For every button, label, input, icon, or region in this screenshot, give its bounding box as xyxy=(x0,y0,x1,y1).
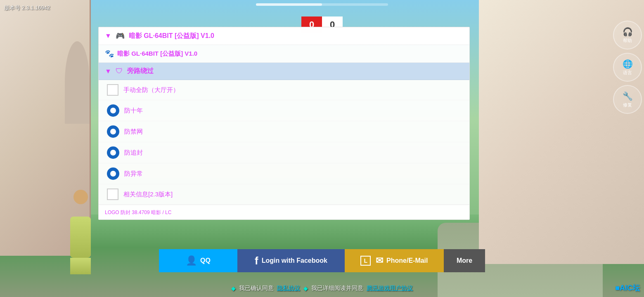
progress-bar xyxy=(256,3,388,6)
option-label-2: 防禁网 xyxy=(124,128,143,136)
language-label: 语言 xyxy=(623,70,632,76)
globe-icon: 🌐 xyxy=(623,59,633,69)
checkbox-info[interactable] xyxy=(107,189,118,200)
qq-login-button[interactable]: 👤 QQ xyxy=(159,249,237,272)
radio-chase-ban[interactable] xyxy=(107,146,119,159)
help-label: 帮助 xyxy=(623,38,632,44)
option-row-4: 防异常 xyxy=(99,163,469,184)
option-row-2: 防禁网 xyxy=(99,121,469,142)
version-text: 版本号 2.3.1.16942 xyxy=(4,4,50,12)
panel-footer: LOGO 防封 38.4709 暗影 / LC xyxy=(99,205,469,219)
section-label: 暗影 GL·64BIT [公益版] V1.0 xyxy=(117,50,197,58)
checkbox-manual-defense[interactable] xyxy=(107,84,118,96)
option-row-0: 手动全防（大厅开） xyxy=(99,80,469,100)
shield-icon: 🛡 xyxy=(116,67,123,75)
more-login-label: More xyxy=(457,257,472,264)
help-button[interactable]: 🎧 帮助 xyxy=(613,21,642,50)
bypass-row[interactable]: ▼ 🛡 旁路绕过 xyxy=(99,63,469,80)
character xyxy=(64,190,97,256)
qq-icon: 👤 xyxy=(186,255,197,266)
facebook-login-label: Login with Facebook xyxy=(262,257,327,264)
option-label-3: 防追封 xyxy=(124,149,143,157)
logo-bottom-right: ■AIC坛 xyxy=(615,283,640,293)
repair-button[interactable]: 🔧 修复 xyxy=(613,85,642,114)
privacy-policy-link[interactable]: 隐私协议 xyxy=(277,285,300,292)
agreement-text-2: 我已详细阅读并同意 xyxy=(311,285,363,292)
repair-label: 修复 xyxy=(623,102,632,108)
panel-collapse-arrow[interactable]: ▼ xyxy=(105,32,111,40)
option-row-3: 防追封 xyxy=(99,142,469,163)
bypass-label: 旁路绕过 xyxy=(127,67,154,75)
panel-header-title: 暗影 GL·64BIT [公益版] V1.0 xyxy=(129,32,214,40)
qq-login-label: QQ xyxy=(200,257,211,264)
radio-ban-net[interactable] xyxy=(107,125,119,138)
letter-icon: L xyxy=(364,257,367,264)
option-label-5: 相关信息[2.3版本] xyxy=(123,191,173,198)
headset-icon: 🎧 xyxy=(623,27,633,37)
facebook-icon: f xyxy=(255,255,258,267)
option-row-5: 相关信息[2.3版本] xyxy=(99,184,469,205)
option-label-4: 防异常 xyxy=(124,170,143,178)
agreement-bar: ◆ 我已确认同意 隐私协议 ◆ 我已详细阅读并同意 腾讯游戏用户协议 xyxy=(231,285,413,292)
radio-anomaly[interactable] xyxy=(107,167,119,180)
footer-text: LOGO 防封 38.4709 暗影 / LC xyxy=(105,210,171,215)
login-bar: 👤 QQ f Login with Facebook L ✉ Phone/E-M… xyxy=(159,249,485,272)
panel-header-icon: 🎮 xyxy=(116,31,125,40)
phone-icon-wrapper: L xyxy=(360,256,371,266)
option-label-0: 手动全防（大厅开） xyxy=(123,86,179,94)
radio-ten-year[interactable] xyxy=(107,104,119,117)
main-panel: ▼ 🎮 暗影 GL·64BIT [公益版] V1.0 🐾 暗影 GL·64BIT… xyxy=(98,27,470,220)
diamond-icon-2: ◆ xyxy=(303,285,308,292)
bypass-arrow: ▼ xyxy=(105,68,111,75)
right-buttons-container: 🎧 帮助 🌐 语言 🔧 修复 xyxy=(613,21,642,114)
panel-header: ▼ 🎮 暗影 GL·64BIT [公益版] V1.0 xyxy=(99,27,469,45)
section-row: 🐾 暗影 GL·64BIT [公益版] V1.0 xyxy=(99,45,469,63)
facebook-login-button[interactable]: f Login with Facebook xyxy=(237,249,345,272)
diamond-icon-1: ◆ xyxy=(231,285,236,292)
phone-login-label: Phone/E-Mail xyxy=(386,257,428,264)
language-button[interactable]: 🌐 语言 xyxy=(613,53,642,82)
agreement-text-1: 我已确认同意 xyxy=(239,285,274,292)
progress-bar-fill xyxy=(256,3,322,6)
option-row-1: 防十年 xyxy=(99,100,469,121)
option-label-1: 防十年 xyxy=(124,107,143,115)
wrench-icon: 🔧 xyxy=(623,91,633,101)
phone-login-button[interactable]: L ✉ Phone/E-Mail xyxy=(345,249,444,272)
email-icon: ✉ xyxy=(376,255,383,266)
more-login-button[interactable]: More xyxy=(444,249,485,272)
user-agreement-link[interactable]: 腾讯游戏用户协议 xyxy=(367,285,413,292)
paw-icon: 🐾 xyxy=(105,49,114,58)
